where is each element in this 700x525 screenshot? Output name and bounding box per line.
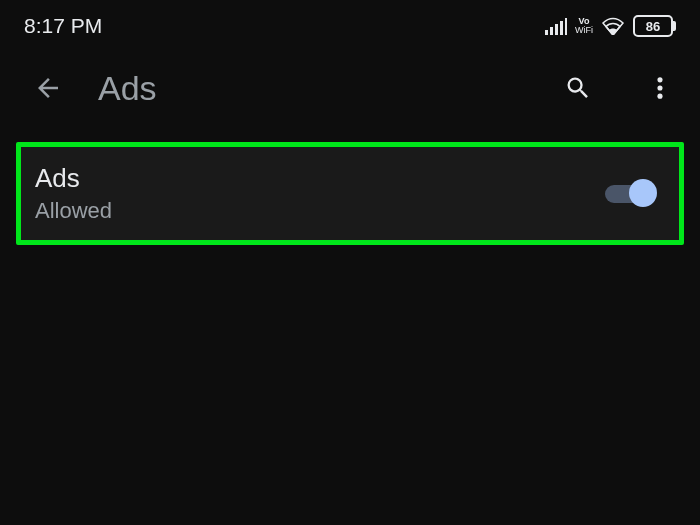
page-title: Ads <box>98 69 518 108</box>
svg-point-5 <box>657 77 662 82</box>
ads-toggle[interactable] <box>605 184 655 204</box>
svg-rect-4 <box>565 18 567 35</box>
status-time: 8:17 PM <box>24 14 102 38</box>
battery-percent: 86 <box>633 15 673 37</box>
setting-text: Ads Allowed <box>35 163 112 224</box>
battery-icon: 86 <box>633 15 676 37</box>
volte-wifi-icon: Vo WiFi <box>575 17 593 35</box>
svg-point-7 <box>657 94 662 99</box>
cellular-signal-icon <box>545 17 567 35</box>
back-button[interactable] <box>28 68 68 108</box>
wifi-icon <box>601 17 625 35</box>
svg-rect-2 <box>555 24 558 35</box>
search-button[interactable] <box>556 66 600 110</box>
more-vert-icon <box>646 74 674 102</box>
svg-rect-3 <box>560 21 563 35</box>
status-icons: Vo WiFi 86 <box>545 15 676 37</box>
svg-rect-0 <box>545 30 548 35</box>
status-bar: 8:17 PM Vo WiFi 86 <box>0 0 700 48</box>
setting-subtitle: Allowed <box>35 198 112 224</box>
app-bar: Ads <box>0 48 700 128</box>
more-options-button[interactable] <box>638 66 682 110</box>
toggle-thumb <box>629 179 657 207</box>
setting-title: Ads <box>35 163 112 194</box>
arrow-left-icon <box>33 73 63 103</box>
search-icon <box>564 74 592 102</box>
ads-setting-row[interactable]: Ads Allowed <box>16 142 684 245</box>
svg-rect-1 <box>550 27 553 35</box>
svg-point-6 <box>657 85 662 90</box>
